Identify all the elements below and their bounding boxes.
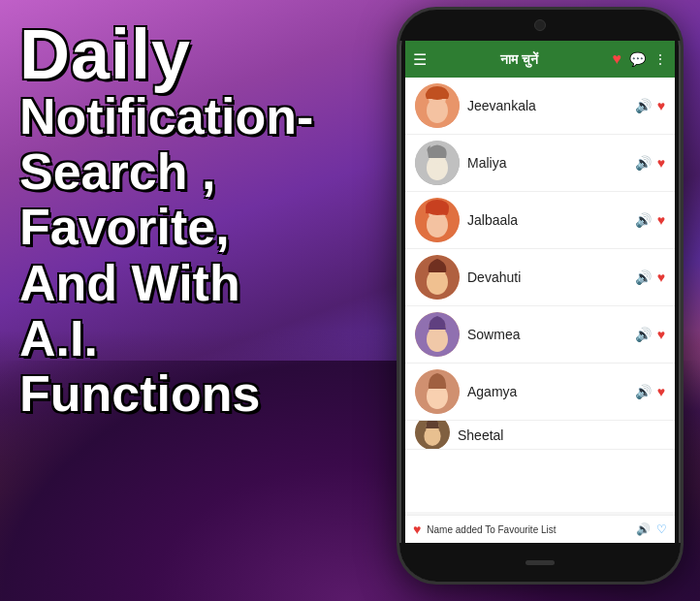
promo-line-5: And With (19, 256, 388, 311)
phone-mockup: ☰ नाम चुनें ♥ 💬 ⋮ (399, 10, 681, 582)
sound-icon[interactable]: 🔊 (635, 98, 652, 113)
header-heart-icon[interactable]: ♥ (613, 50, 622, 68)
list-item[interactable]: Sowmea 🔊 ♥ (405, 306, 675, 364)
name-label: Maliya (467, 155, 627, 171)
sound-icon[interactable]: 🔊 (635, 212, 652, 228)
promo-line-2: Notification- (19, 89, 388, 144)
favourite-icon[interactable]: ♥ (657, 384, 665, 399)
name-actions: 🔊 ♥ (635, 327, 665, 342)
avatar (415, 421, 450, 450)
avatar (415, 369, 460, 414)
phone-top-bar (399, 10, 681, 41)
toast-message: Name added To Favourite List (427, 524, 630, 535)
name-actions: 🔊 ♥ (635, 269, 665, 285)
front-camera (534, 19, 546, 31)
avatar (415, 255, 460, 300)
name-actions: 🔊 ♥ (635, 212, 665, 228)
names-list: Jeevankala 🔊 ♥ (405, 78, 675, 512)
promo-line-4: Favorite, (19, 200, 388, 255)
toast-heart-icon: ♥ (413, 522, 421, 537)
favourite-icon[interactable]: ♥ (657, 98, 665, 113)
toast-bookmark-icon[interactable]: ♡ (656, 522, 667, 536)
sound-icon[interactable]: 🔊 (635, 155, 652, 171)
name-label: Sheetal (458, 427, 665, 443)
avatar (415, 141, 460, 185)
toast-notification: ♥ Name added To Favourite List 🔊 ♡ (405, 515, 675, 543)
header-more-icon[interactable]: ⋮ (653, 51, 667, 67)
home-button[interactable] (525, 560, 555, 565)
app-title: नाम चुनें (432, 51, 607, 68)
promo-line-1: Daily (19, 19, 388, 89)
hamburger-icon[interactable]: ☰ (413, 50, 427, 69)
avatar (415, 83, 460, 128)
list-item[interactable]: Jeevankala 🔊 ♥ (405, 78, 675, 135)
name-label: Jeevankala (467, 98, 627, 113)
promo-line-7: Functions (19, 366, 388, 422)
favourite-icon[interactable]: ♥ (657, 269, 665, 285)
promo-line-6: A.I. (19, 311, 388, 366)
sound-icon[interactable]: 🔊 (635, 327, 652, 342)
promo-line-3: Search , (19, 144, 388, 200)
favourite-icon[interactable]: ♥ (657, 155, 665, 171)
avatar (415, 198, 460, 242)
favourite-icon[interactable]: ♥ (657, 212, 665, 228)
header-chat-icon[interactable]: 💬 (629, 51, 646, 67)
list-item[interactable]: Jalbaala 🔊 ♥ (405, 192, 675, 249)
phone-body: ☰ नाम चुनें ♥ 💬 ⋮ (399, 10, 681, 582)
phone-screen: ☰ नाम चुनें ♥ 💬 ⋮ (405, 41, 675, 543)
favourite-icon[interactable]: ♥ (657, 327, 665, 342)
list-item[interactable]: Maliya 🔊 ♥ (405, 135, 675, 192)
list-item[interactable]: Devahuti 🔊 ♥ (405, 249, 675, 306)
name-label: Sowmea (467, 327, 627, 342)
name-label: Agamya (467, 384, 627, 399)
header-icon-group: ♥ 💬 ⋮ (613, 50, 668, 68)
list-item[interactable]: Sheetal (405, 421, 675, 450)
app-header: ☰ नाम चुनें ♥ 💬 ⋮ (405, 41, 675, 78)
avatar (415, 312, 460, 357)
sound-icon[interactable]: 🔊 (635, 269, 652, 285)
name-label: Jalbaala (467, 212, 627, 228)
name-actions: 🔊 ♥ (635, 155, 665, 171)
name-actions: 🔊 ♥ (635, 98, 665, 113)
name-label: Devahuti (467, 269, 627, 285)
toast-sound-icon[interactable]: 🔊 (636, 522, 651, 536)
name-actions: 🔊 ♥ (635, 384, 665, 399)
promo-text: Daily Notification- Search , Favorite, A… (19, 19, 388, 422)
sound-icon[interactable]: 🔊 (635, 384, 652, 399)
list-item[interactable]: Agamya 🔊 ♥ (405, 364, 675, 421)
phone-bottom-bar (399, 543, 681, 582)
